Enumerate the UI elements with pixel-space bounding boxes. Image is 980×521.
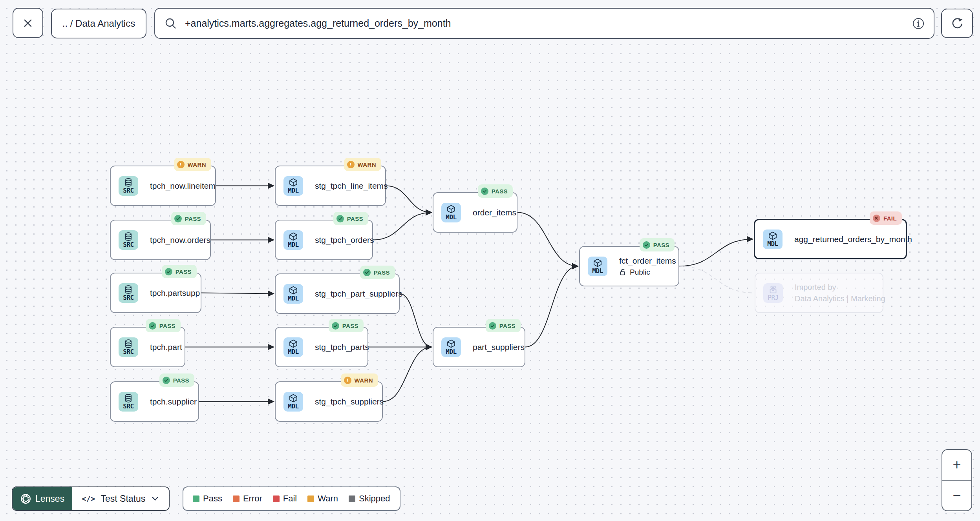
code-icon: </> [82,494,95,503]
graph-node-tpch-now-lineitem[interactable]: SRCtpch_now.lineitem !WARN [110,166,216,206]
x-icon [874,216,878,220]
check-icon [164,378,168,383]
mdl-tile: MDL [283,230,303,250]
search-input[interactable]: +analytics.marts.aggregates.agg_returned… [185,18,905,29]
test-status-legend: PassErrorFailWarnSkipped [183,486,400,511]
edge-stg_tpch_line_items-to-order_items [386,186,431,213]
node-kind-label: SRC [123,403,133,410]
node-label: stg_tpch_parts [315,342,369,352]
node-kind-label: MDL [592,268,603,274]
cube-icon [768,231,777,240]
node-kind-label: MDL [288,188,298,194]
check-icon [644,243,649,247]
cube-icon [289,339,298,348]
status-badge-pass: PASS [171,212,206,225]
database-icon [124,178,133,187]
aperture-icon [20,494,31,504]
src-tile: SRC [119,392,138,412]
node-label: order_items [473,208,516,217]
lenses-label: Lenses [35,494,64,504]
src-tile: SRC [119,283,138,303]
database-icon [124,393,133,403]
check-icon [365,270,369,275]
mdl-tile: MDL [763,230,783,249]
graph-node-imported-by[interactable]: PRJImported byData Analytics | Marketing [755,273,883,313]
node-kind-label: MDL [446,349,456,355]
status-badge-pass: PASS [360,266,395,279]
graph-node-stg-tpch-orders[interactable]: MDLstg_tpch_orders PASS [275,220,373,260]
edge-fct_order_items-to-imported_by [679,266,753,293]
lens-selector[interactable]: </> Test Status [72,487,169,510]
graph-node-tpch-partsupp[interactable]: SRCtpch.partsupp PASS [110,273,201,313]
check-icon [166,270,171,274]
database-icon [124,285,133,294]
refresh-icon [950,16,965,31]
mdl-tile: MDL [283,284,303,304]
refresh-button[interactable] [941,9,973,38]
node-label: tpch_now.lineitem [150,181,216,191]
src-tile: SRC [119,230,138,250]
graph-node-stg-tpch-line-items[interactable]: MDLstg_tpch_line_items !WARN [275,166,386,206]
node-kind-label: MDL [288,349,298,355]
archive-box-icon [768,285,778,294]
node-label: tpch.supplier [150,397,197,406]
zoom-in-button[interactable]: + [942,450,971,481]
legend-item-warn: Warn [307,494,338,504]
graph-node-fct-order-items[interactable]: MDLfct_order_items Public PASS [579,246,679,286]
graph-node-order-items[interactable]: MDLorder_items PASS [433,192,517,233]
cube-icon [289,393,298,403]
graph-node-tpch-part[interactable]: SRCtpch.part PASS [110,327,185,367]
cube-icon [289,286,298,295]
check-icon [176,217,180,221]
search-bar[interactable]: +analytics.marts.aggregates.agg_returned… [154,8,934,39]
graph-node-agg-returned-orders-by-month[interactable]: MDLagg_returned_orders_by_month FAIL [754,219,907,259]
chevron-down-icon [151,494,159,503]
node-label: stg_tpch_suppliers [315,397,384,406]
graph-node-tpch-supplier[interactable]: SRCtpch.supplier PASS [110,381,199,422]
node-label: tpch.partsupp [150,288,200,298]
graph-node-stg-tpch-suppliers[interactable]: MDLstg_tpch_suppliers !WARN [275,381,383,422]
node-label: part_suppliers [473,342,525,352]
node-label: stg_tpch_orders [315,235,374,245]
lenses-button[interactable]: Lenses [13,487,72,510]
zoom-out-button[interactable]: − [942,481,971,510]
info-icon[interactable] [912,18,924,29]
legend-swatch [307,495,314,502]
legend-swatch [273,495,280,502]
graph-node-stg-tpch-part-suppliers[interactable]: MDLstg_tpch_part_suppliers PASS [275,273,400,314]
mdl-tile: MDL [441,337,461,357]
node-label: agg_returned_orders_by_month [794,235,912,244]
edge-stg_tpch_suppliers-to-part_suppliers [383,347,431,402]
cube-icon [446,204,456,214]
node-label: stg_tpch_part_suppliers [315,289,402,299]
status-badge-pass: PASS [329,319,364,332]
status-badge-fail: FAIL [870,211,902,225]
node-kind-label: SRC [123,295,133,301]
status-badge-pass: PASS [333,212,368,225]
lens-control: Lenses </> Test Status [12,486,170,511]
status-badge-pass: PASS [486,319,521,332]
edge-order_items-to-fct_order_items [517,213,578,266]
check-icon [150,324,155,328]
close-icon [22,17,34,29]
cube-icon [446,339,456,348]
cube-icon [289,232,298,241]
graph-node-stg-tpch-parts[interactable]: MDLstg_tpch_parts PASS [275,327,368,367]
graph-node-part-suppliers[interactable]: MDLpart_suppliers PASS [433,327,525,367]
exclamation-icon: ! [347,377,349,383]
edge-stg_tpch_orders-to-order_items [373,213,431,240]
graph-node-tpch-now-orders[interactable]: SRCtpch_now.orders PASS [110,220,211,260]
node-kind-label: MDL [288,242,298,248]
node-kind-label: MDL [446,214,456,220]
lens-selected-label: Test Status [101,494,146,504]
close-button[interactable] [13,8,43,38]
breadcrumb[interactable]: .. / Data Analytics [51,9,146,38]
node-kind-label: PRJ [768,295,778,301]
src-tile: SRC [119,337,138,357]
src-tile: SRC [119,176,138,196]
status-badge-pass: PASS [146,319,181,332]
check-icon [490,324,495,328]
ghost-node-text: Imported byData Analytics | Marketing [795,282,885,304]
legend-item-pass: Pass [193,494,222,504]
edge-fct_order_items-to-agg_returned_orders_by_month [679,239,753,266]
